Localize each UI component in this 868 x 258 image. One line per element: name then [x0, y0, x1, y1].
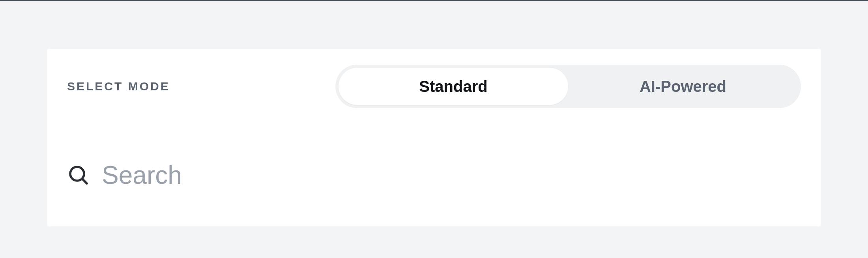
search-input[interactable]: [102, 159, 801, 191]
search-icon: [67, 164, 90, 187]
search-card: SELECT MODE Standard AI-Powered: [47, 49, 821, 226]
mode-option-standard[interactable]: Standard: [339, 68, 568, 105]
svg-line-1: [82, 179, 87, 183]
select-mode-label: SELECT MODE: [67, 80, 170, 93]
mode-segmented-control: Standard AI-Powered: [335, 65, 801, 108]
mode-option-ai-powered[interactable]: AI-Powered: [568, 68, 798, 105]
search-row: [67, 159, 801, 191]
mode-row: SELECT MODE Standard AI-Powered: [67, 67, 801, 106]
